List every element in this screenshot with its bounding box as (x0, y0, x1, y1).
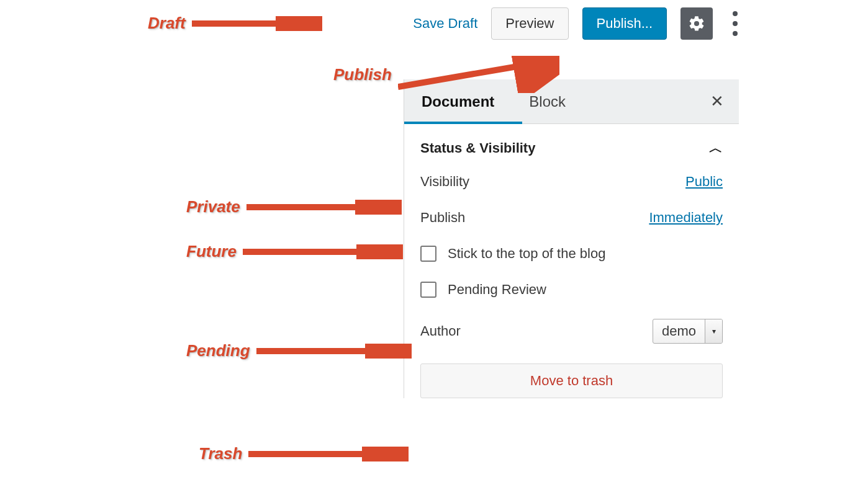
annotation-label: Pending (186, 341, 250, 360)
close-icon: ✕ (710, 92, 724, 110)
tab-document[interactable]: Document (404, 79, 512, 123)
document-sidebar: Document Block ✕ Status & Visibility ︿ V… (404, 79, 739, 398)
annotation-trash: Trash (199, 444, 409, 463)
arrow-icon (243, 244, 403, 259)
stick-row: Stick to the top of the blog (404, 236, 739, 272)
pending-checkbox[interactable] (420, 282, 436, 298)
gear-icon (688, 15, 705, 32)
settings-button[interactable] (680, 7, 713, 40)
arrow-icon (256, 344, 412, 359)
arrow-icon (192, 16, 322, 31)
dot-icon (733, 11, 738, 16)
dot-icon (733, 21, 738, 26)
section-title: Status & Visibility (420, 140, 535, 156)
annotation-future: Future (186, 242, 403, 261)
author-label: Author (420, 323, 461, 339)
save-draft-link[interactable]: Save Draft (413, 16, 477, 32)
author-value: demo (653, 319, 705, 343)
arrow-icon (246, 200, 402, 215)
annotation-label: Private (186, 197, 240, 216)
section-status-visibility[interactable]: Status & Visibility ︿ (404, 124, 739, 164)
pending-label: Pending Review (448, 282, 546, 298)
stick-checkbox[interactable] (420, 246, 436, 262)
publish-label: Publish (420, 210, 465, 226)
visibility-value[interactable]: Public (685, 174, 723, 190)
move-to-trash-button[interactable]: Move to trash (420, 363, 723, 398)
annotation-label: Trash (199, 444, 242, 463)
dot-icon (733, 31, 738, 36)
sidebar-tabs: Document Block ✕ (404, 79, 739, 124)
annotation-label: Draft (148, 14, 186, 33)
visibility-label: Visibility (420, 174, 469, 190)
close-sidebar-button[interactable]: ✕ (695, 92, 739, 111)
annotation-private: Private (186, 197, 402, 216)
visibility-row: Visibility Public (404, 164, 739, 200)
publish-value[interactable]: Immediately (649, 210, 723, 226)
publish-row: Publish Immediately (404, 200, 739, 236)
chevron-down-icon: ▾ (705, 319, 722, 343)
stick-label: Stick to the top of the blog (448, 246, 605, 262)
author-row: Author demo ▾ (404, 308, 739, 357)
preview-button[interactable]: Preview (491, 7, 568, 40)
annotation-label: Publish (333, 65, 392, 84)
arrow-icon (248, 447, 409, 461)
tab-block[interactable]: Block (512, 79, 583, 123)
annotation-pending: Pending (186, 341, 412, 360)
author-select[interactable]: demo ▾ (653, 319, 723, 344)
more-options-button[interactable] (726, 7, 744, 40)
pending-row: Pending Review (404, 272, 739, 308)
publish-button[interactable]: Publish... (582, 7, 667, 40)
active-tab-indicator (404, 122, 522, 124)
chevron-up-icon: ︿ (709, 139, 723, 158)
annotation-draft: Draft (148, 14, 322, 33)
editor-toolbar: Save Draft Preview Publish... (413, 7, 744, 40)
annotation-label: Future (186, 242, 237, 261)
